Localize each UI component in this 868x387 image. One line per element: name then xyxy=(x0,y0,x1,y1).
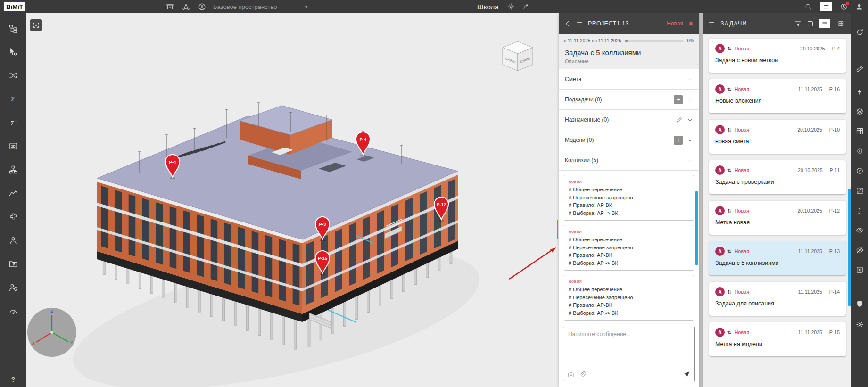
tool-axes-icon[interactable] xyxy=(853,204,866,217)
tool-sum-icon[interactable]: Σ xyxy=(4,90,23,108)
task-card-p-12[interactable]: А⇅Новая20.10.2025P-12Метка новая xyxy=(709,201,846,235)
section-label: Назначенные (0) xyxy=(565,116,672,123)
task-meta: А⇅Новая20.10.2025P-4 xyxy=(715,44,840,53)
tool-sum-add-icon[interactable]: Σ+ xyxy=(4,114,23,132)
chevron-up-icon[interactable] xyxy=(687,157,693,164)
axis-gizmo[interactable]: Z X Y xyxy=(27,308,76,357)
search-icon[interactable] xyxy=(804,3,812,11)
chevron-down-icon[interactable] xyxy=(687,137,693,143)
section-row-0[interactable]: Смета xyxy=(559,69,699,89)
tasks-scrollbar[interactable] xyxy=(848,189,851,306)
app-logo[interactable]: BiMiT xyxy=(4,2,25,11)
task-card-p-10[interactable]: А⇅Новая20.10.2025P-10новая смета xyxy=(709,120,846,154)
message-input[interactable]: Напишите сообщение... xyxy=(563,327,694,369)
tool-collisions-icon[interactable] xyxy=(4,66,23,85)
tool-eye-icon[interactable] xyxy=(853,224,866,237)
svg-text:P-4: P-4 xyxy=(169,159,177,165)
tool-flash-icon[interactable] xyxy=(853,85,866,98)
tool-pin-label-icon[interactable]: P xyxy=(853,165,866,177)
add-task-icon[interactable] xyxy=(807,20,814,27)
menu-icon[interactable] xyxy=(708,20,715,27)
profile-icon[interactable] xyxy=(198,3,206,11)
tool-structure-icon[interactable] xyxy=(4,160,23,179)
add-button[interactable]: + xyxy=(674,95,683,104)
tool-ruler-icon[interactable] xyxy=(853,63,866,75)
tool-refresh-icon[interactable] xyxy=(853,26,866,39)
task-card-p-13[interactable]: А⇅Новая11.11.2025P-13Задача с 5 коллизия… xyxy=(709,241,846,275)
progress-value: 0% xyxy=(687,38,694,43)
paperclip-icon[interactable] xyxy=(579,371,587,378)
history-icon[interactable] xyxy=(840,3,848,11)
tool-plan-2d-icon[interactable]: 2D xyxy=(4,137,23,156)
task-card-title: Задача с 5 коллизиями xyxy=(715,260,840,266)
help-button[interactable]: ? xyxy=(0,376,26,383)
panel-resize-handle[interactable] xyxy=(557,220,558,239)
filter-icon[interactable] xyxy=(794,20,802,27)
collision-card[interactable]: новая# Общее пересечение# Пересечение за… xyxy=(564,275,694,321)
list-view-icon xyxy=(821,20,828,27)
tool-plugins-icon[interactable] xyxy=(4,207,23,226)
collision-line: # Выборка: АР -> ВК xyxy=(569,309,689,317)
tool-dashboard-icon[interactable] xyxy=(4,302,23,321)
edit-icon[interactable] xyxy=(676,116,683,123)
collision-card[interactable]: новая# Общее пересечение# Пересечение за… xyxy=(564,175,694,221)
list-view-toggle[interactable] xyxy=(819,19,830,28)
tool-graphs-icon[interactable] xyxy=(4,184,23,203)
description-label[interactable]: Описание xyxy=(559,58,699,64)
tool-focus-icon[interactable] xyxy=(853,145,866,157)
viewport-3d[interactable]: P-4P-4P-12P-3P-15 Слева Сзади Z X Y xyxy=(26,13,559,387)
add-button[interactable]: + xyxy=(674,136,683,145)
layers-icon xyxy=(856,107,864,115)
team-icon[interactable] xyxy=(182,3,190,11)
section-row-2[interactable]: Назначенные (0) xyxy=(559,109,699,130)
svg-text:+: + xyxy=(15,119,17,124)
user-icon xyxy=(855,3,863,11)
tool-settings-icon[interactable] xyxy=(853,318,866,331)
settings-icon[interactable] xyxy=(507,3,515,10)
nav-cube[interactable]: Слева Сзади xyxy=(503,41,533,71)
task-card-p-15[interactable]: А⇅Новая11.11.2025P-15Метка на модели xyxy=(709,322,846,356)
list-view-icon[interactable] xyxy=(820,2,832,11)
tool-hide-object-icon[interactable] xyxy=(853,263,866,276)
chevron-up-icon[interactable] xyxy=(687,97,693,103)
tool-person-pin-icon[interactable] xyxy=(4,278,23,297)
svg-text:Σ: Σ xyxy=(10,120,14,127)
avatar: А xyxy=(715,287,725,296)
tool-shield-icon[interactable] xyxy=(853,297,866,310)
task-card-p-4[interactable]: А⇅Новая20.10.2025P-4Задача с новой метко… xyxy=(709,39,846,73)
chevron-down-icon[interactable] xyxy=(687,76,693,82)
bookmark-icon[interactable] xyxy=(688,21,694,27)
section-row-3[interactable]: Модели (0)+ xyxy=(559,130,699,150)
building-model[interactable]: P-4P-4P-12P-3P-15 Слева Сзади Z X Y xyxy=(26,13,559,387)
detail-scrollbar[interactable] xyxy=(695,191,698,265)
detail-sections: СметаПодзадачи (0)+Назначенные (0)Модели… xyxy=(559,69,699,170)
tool-layers-icon[interactable] xyxy=(853,105,866,118)
send-icon[interactable] xyxy=(683,371,690,378)
task-card-title: Задача с новой меткой xyxy=(715,57,840,64)
tool-eye-off-icon[interactable] xyxy=(853,244,866,256)
grid-view-toggle[interactable] xyxy=(835,19,847,28)
back-icon[interactable] xyxy=(564,20,571,27)
tool-person-icon[interactable] xyxy=(4,231,23,250)
section-row-1[interactable]: Подзадачи (0)+ xyxy=(559,89,699,109)
sum-add-icon: Σ+ xyxy=(8,118,18,128)
detail-summary: с 11.11.2025 по 11.11.2025 0% Задача с 5… xyxy=(559,34,699,69)
tool-table-icon[interactable] xyxy=(853,125,866,138)
camera-icon[interactable] xyxy=(568,371,575,378)
task-card-p-14[interactable]: А⇅Новая11.11.2025P-14Задача для описания xyxy=(709,282,846,316)
task-card-p-11[interactable]: А⇅Новая20.10.2025P-11Задача с проверками xyxy=(709,160,846,194)
share-icon[interactable] xyxy=(522,3,530,10)
fit-view-button[interactable] xyxy=(30,19,42,31)
workspace-selector[interactable]: Базовое пространство ▾ xyxy=(213,0,307,13)
tool-shared-folder-icon[interactable] xyxy=(4,255,23,273)
collision-card[interactable]: новая# Общее пересечение# Пересечение за… xyxy=(564,225,694,271)
chevron-down-icon[interactable] xyxy=(687,117,693,123)
section-row-4[interactable]: Коллизии (5) xyxy=(559,150,699,170)
tool-select-point-icon[interactable] xyxy=(4,42,23,61)
user-icon[interactable] xyxy=(855,3,863,11)
storage-icon[interactable] xyxy=(166,3,174,11)
task-card-p-16[interactable]: А⇅Новая11.11.2025P-16Новые вложения xyxy=(709,79,846,113)
tool-model-tree-icon[interactable] xyxy=(4,19,23,38)
tool-section-icon[interactable] xyxy=(853,184,866,197)
priority-icon: ⇅ xyxy=(727,208,731,214)
